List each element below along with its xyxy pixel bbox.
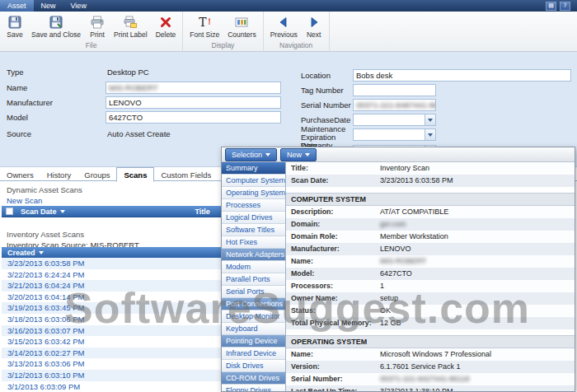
scan-viewer-menu-item[interactable]: Keyboard — [222, 323, 285, 335]
tag-number-input[interactable] — [353, 84, 436, 96]
menu-item-label: Hot Fixes — [226, 238, 257, 246]
model-input[interactable]: 6427CTO — [106, 111, 281, 124]
save-and-close-icon — [48, 14, 64, 30]
asset-management-window: Asset New View ▤ ? Save Save an — [0, 0, 577, 392]
font-size-icon: T — [196, 14, 213, 30]
scan-viewer-menu-item[interactable]: Modem — [222, 261, 285, 273]
toolbar-group-label-navigation: Navigation — [266, 40, 326, 51]
scan-viewer-menu-item[interactable]: Pointing Device — [222, 335, 285, 348]
ribbon-tab-asset[interactable]: Asset — [0, 0, 34, 12]
previous-icon — [275, 14, 292, 30]
scan-viewer-menu-item[interactable]: Desktop Monitor — [222, 310, 285, 323]
scan-viewer-menu-item[interactable]: Hot Fixes — [222, 236, 285, 249]
help-icon[interactable]: ? — [560, 2, 570, 11]
scan-viewer-menu-item[interactable]: Summary — [222, 162, 285, 175]
scan-viewer-menu-item[interactable]: Logical Drives — [222, 212, 285, 224]
tab-history[interactable]: History — [40, 168, 78, 181]
detail-value: 1 — [377, 280, 575, 292]
next-button-label: Next — [307, 30, 321, 39]
menu-item-label: Network Adapters — [226, 250, 284, 259]
title-column-header[interactable]: Title — [195, 208, 210, 216]
ribbon-tab-new[interactable]: New — [34, 0, 63, 12]
select-all-checkbox[interactable] — [6, 208, 13, 215]
scan-viewer-menu-item[interactable]: Infrared Device — [222, 348, 285, 360]
scan-viewer-menu-item[interactable]: Software Titles — [222, 224, 285, 236]
scan-viewer-menu-item[interactable]: Operating System — [222, 187, 285, 199]
print-label-button[interactable]: Print Label — [110, 12, 152, 39]
scan-viewer-menu-item[interactable]: Computer System — [222, 175, 285, 187]
menu-item-label: Operating System — [226, 189, 285, 197]
scan-date-link[interactable]: 3/16/2013 6:03:07 PM — [7, 326, 85, 335]
menu-item-label: Logical Drives — [226, 213, 273, 222]
detail-label: Domain Role: — [286, 231, 377, 243]
print-button[interactable]: Print — [85, 12, 110, 39]
scan-date-link[interactable]: 3/22/2013 6:24:24 PM — [7, 270, 85, 279]
next-button[interactable]: Next — [302, 12, 326, 39]
detail-label: Processors: — [286, 280, 377, 292]
settings-icon[interactable]: ▤ — [546, 2, 556, 11]
detail-row: Owner Name: setup — [286, 292, 575, 305]
scan-date-link[interactable]: 3/19/2013 6:03:45 PM — [7, 303, 85, 312]
scan-viewer-menu-item[interactable]: Network Adapters — [222, 249, 285, 261]
new-scan-link[interactable]: New Scan — [7, 196, 42, 205]
menu-item-label: Processes — [226, 201, 260, 209]
scan-date-link[interactable]: 3/18/2013 6:03:06 PM — [7, 315, 85, 324]
detail-value: MIS-ROBERT — [377, 255, 575, 268]
scan-date-link[interactable]: 3/15/2013 6:03:42 PM — [7, 337, 85, 346]
scan-viewer-menu-item[interactable]: Port Connections — [222, 298, 285, 310]
print-label-button-label: Print Label — [114, 30, 148, 39]
detail-value: 3/23/2013 6:03:58 PM — [377, 175, 575, 187]
scan-date-link[interactable]: 3/13/2013 6:03:06 PM — [7, 359, 85, 368]
delete-icon — [157, 14, 174, 30]
scan-viewer-menu-item[interactable]: Floppy Drives — [222, 385, 285, 391]
scan-viewer-menu-item[interactable]: Serial Ports — [222, 286, 285, 298]
tab-groups[interactable]: Groups — [77, 168, 116, 181]
scan-viewer-menu-item[interactable]: Disk Drives — [222, 360, 285, 372]
font-size-button[interactable]: T Font Size — [185, 12, 223, 39]
svg-text:T: T — [199, 16, 208, 29]
detail-value: 00371-221-8427441-86118 — [377, 373, 575, 385]
scan-date-link[interactable]: 3/12/2013 6:03:10 PM — [7, 371, 85, 380]
serial-number-input[interactable]: 00371-221-8487441-86118 — [353, 99, 436, 111]
scan-viewer-menu-item[interactable]: Parallel Ports — [222, 273, 285, 286]
scan-date-link[interactable]: 3/23/2013 6:03:58 PM — [7, 259, 85, 268]
detail-row: Name: Microsoft Windows 7 Professional — [286, 348, 575, 361]
selection-menu-button[interactable]: Selection — [225, 148, 277, 161]
manufacturer-input[interactable]: LENOVO — [106, 96, 281, 109]
location-input[interactable]: Bobs desk — [353, 69, 571, 82]
detail-row: Description: AT/AT COMPATIBLE — [286, 206, 575, 218]
detail-value: Microsoft Windows 7 Professional — [377, 348, 575, 361]
scan-viewer-menu-item[interactable]: Processes — [222, 199, 285, 212]
tab-custom-fields[interactable]: Custom Fields — [154, 168, 218, 181]
previous-button[interactable]: Previous — [266, 12, 302, 39]
save-and-close-button-label: Save and Close — [31, 30, 81, 39]
counters-button-label: Counters — [228, 30, 256, 39]
delete-button[interactable]: Delete — [152, 12, 181, 39]
created-column-header[interactable]: Created — [7, 249, 35, 257]
serial-number-label: Serial Number — [301, 101, 351, 110]
purchase-date-input[interactable] — [353, 114, 436, 126]
maintenance-expiration-input[interactable] — [353, 128, 436, 141]
scan-date-column-header[interactable]: Scan Date — [21, 208, 57, 216]
tab-owners[interactable]: Owners — [0, 168, 40, 181]
detail-value: LENOVO — [377, 243, 575, 255]
ribbon-tab-view[interactable]: View — [63, 0, 94, 12]
scan-date-link[interactable]: 3/21/2013 6:04:24 PM — [7, 281, 85, 290]
previous-button-label: Previous — [270, 30, 298, 39]
save-and-close-button[interactable]: Save and Close — [27, 12, 85, 39]
name-input[interactable]: MIS-ROBERT — [106, 82, 281, 94]
counters-button[interactable]: Counters — [223, 12, 260, 39]
tab-scans[interactable]: Scans — [116, 167, 154, 182]
menu-item-label: Floppy Drives — [226, 386, 271, 391]
scan-viewer-menu-item[interactable]: CD-ROM Drives — [222, 372, 285, 385]
detail-label: Name: — [286, 348, 377, 361]
scan-date-link[interactable]: 3/14/2013 6:02:27 PM — [7, 348, 85, 357]
detail-row: Name: MIS-ROBERT — [286, 255, 575, 268]
scan-date-link[interactable]: 3/20/2013 6:04:14 PM — [7, 292, 85, 301]
detail-label: Model: — [286, 268, 377, 280]
maintenance-expiration-dropdown-icon[interactable] — [425, 129, 435, 140]
scan-date-link[interactable]: 3/1/2013 6:03:09 PM — [7, 382, 80, 391]
purchase-date-dropdown-icon[interactable] — [425, 114, 435, 125]
save-button[interactable]: Save — [2, 12, 27, 39]
new-menu-button[interactable]: New — [280, 148, 317, 161]
